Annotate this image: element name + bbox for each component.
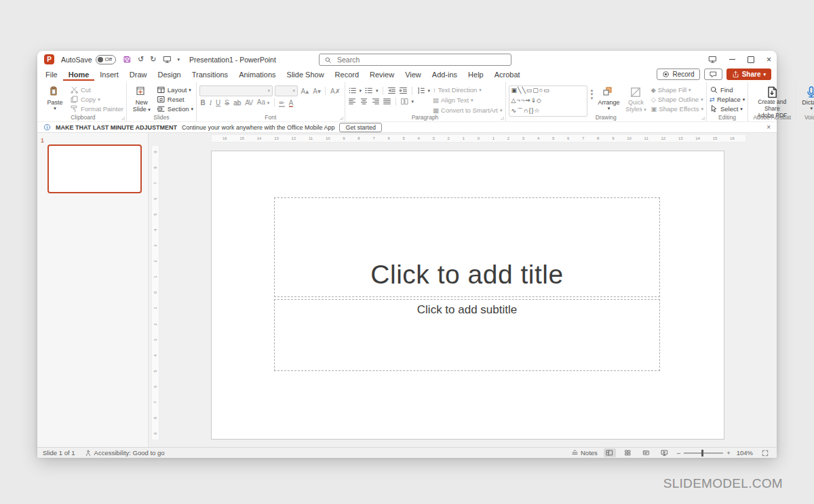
collapse-ribbon-icon[interactable]: ⌄	[767, 113, 773, 119]
character-spacing-button[interactable]: AV	[244, 98, 254, 107]
line-spacing-icon[interactable]	[416, 86, 425, 95]
slide-counter[interactable]: Slide 1 of 1	[43, 449, 75, 457]
font-dialog-launcher-icon[interactable]: ◿	[340, 116, 343, 120]
zoom-out-button[interactable]: –	[677, 449, 680, 457]
font-size-select[interactable]: ▾	[275, 85, 298, 96]
tab-slide-show[interactable]: Slide Show	[282, 69, 330, 81]
reading-view-button[interactable]	[640, 448, 653, 457]
tab-acrobat[interactable]: Acrobat	[489, 69, 526, 81]
record-button[interactable]: Record	[657, 69, 699, 80]
layout-button[interactable]: Layout ▾	[157, 85, 193, 94]
search-box[interactable]	[319, 54, 511, 66]
vertical-ruler[interactable]: 9876543210123456789	[151, 145, 159, 440]
start-slideshow-icon[interactable]	[163, 55, 172, 64]
find-button[interactable]: Find	[710, 85, 745, 94]
autosave-toggle[interactable]: Off	[96, 55, 117, 64]
shape-effects-button[interactable]: ▣ Shape Effects ▾	[651, 104, 703, 113]
decrease-indent-icon[interactable]	[387, 86, 396, 95]
font-color-button[interactable]: A	[288, 98, 294, 107]
select-button[interactable]: Select ▾	[710, 104, 745, 113]
title-placeholder[interactable]: Click to add title	[274, 197, 660, 297]
strikethrough-button[interactable]: S	[224, 98, 231, 107]
notification-close-icon[interactable]: ×	[767, 123, 771, 131]
tab-help[interactable]: Help	[463, 69, 489, 81]
change-case-button[interactable]: Aa ▾	[256, 98, 271, 107]
bullets-icon[interactable]	[348, 86, 357, 95]
fit-to-window-button[interactable]	[759, 448, 771, 457]
dictate-button[interactable]: Dictate ▾	[799, 83, 814, 111]
zoom-in-button[interactable]: +	[726, 449, 731, 457]
tab-home[interactable]: Home	[63, 69, 95, 81]
numbering-icon[interactable]	[364, 86, 373, 95]
paragraph-dialog-launcher-icon[interactable]: ◿	[501, 116, 504, 120]
shapes-gallery[interactable]: ▣╲╲▭▢○▭ △¬¬⇒⇓◇ ∿⌒∩{}☆	[509, 85, 587, 117]
copy-button[interactable]: Copy ▾	[70, 95, 123, 104]
accessibility-status[interactable]: Accessibility: Good to go	[85, 449, 165, 457]
tab-add-ins[interactable]: Add-ins	[427, 69, 463, 81]
slide-canvas[interactable]: Click to add title Click to add subtitle	[211, 151, 724, 440]
replace-button[interactable]: ⇄ Replace ▾	[710, 95, 745, 104]
cut-button[interactable]: Cut	[70, 85, 123, 94]
numbering-dropdown-icon[interactable]: ▾	[376, 88, 379, 94]
shapes-gallery-scroll[interactable]: ▲ ▼ ▼	[590, 85, 594, 102]
bold-button[interactable]: B	[199, 98, 206, 107]
section-button[interactable]: Section ▾	[157, 104, 193, 113]
redo-icon[interactable]: ↻	[150, 56, 156, 63]
new-slide-button[interactable]: New Slide ▾	[130, 83, 154, 113]
bullets-dropdown-icon[interactable]: ▾	[360, 88, 362, 94]
increase-indent-icon[interactable]	[399, 86, 408, 95]
highlight-color-button[interactable]: ✏	[278, 98, 286, 107]
align-right-icon[interactable]	[371, 97, 380, 106]
text-direction-button[interactable]: ↕ Text Direction ▾	[433, 85, 502, 94]
share-button[interactable]: Share ▾	[726, 69, 771, 80]
justify-icon[interactable]	[383, 97, 391, 106]
tab-review[interactable]: Review	[364, 69, 400, 81]
tab-insert[interactable]: Insert	[94, 69, 124, 81]
decrease-font-button[interactable]: A▾	[312, 87, 322, 96]
reset-button[interactable]: Reset	[157, 95, 193, 104]
close-button[interactable]: ×	[767, 56, 771, 64]
shape-fill-button[interactable]: ◆ Shape Fill ▾	[651, 85, 703, 94]
tab-transitions[interactable]: Transitions	[187, 69, 233, 81]
presenter-display-icon[interactable]	[708, 55, 717, 64]
slide-thumbnail[interactable]	[47, 144, 142, 193]
line-spacing-dropdown-icon[interactable]: ▾	[428, 88, 431, 94]
italic-button[interactable]: I	[208, 98, 212, 107]
powerpoint-logo-icon[interactable]: P	[44, 54, 54, 64]
horizontal-ruler[interactable]: 1615141312111098765432101234567891011121…	[211, 134, 746, 142]
zoom-slider-handle[interactable]	[701, 450, 703, 457]
get-started-button[interactable]: Get started	[339, 123, 382, 132]
tab-animations[interactable]: Animations	[233, 69, 281, 81]
columns-icon[interactable]	[400, 97, 409, 106]
underline-button[interactable]: U	[215, 98, 222, 107]
comments-button[interactable]	[704, 69, 722, 80]
search-input[interactable]	[336, 55, 488, 64]
normal-view-button[interactable]	[604, 448, 616, 457]
tab-record[interactable]: Record	[330, 69, 364, 81]
autosave-control[interactable]: AutoSave Off	[61, 55, 116, 64]
scroll-more-icon[interactable]: ▼	[590, 96, 594, 100]
drawing-dialog-launcher-icon[interactable]: ◿	[701, 116, 705, 120]
text-shadow-button[interactable]: ab	[233, 98, 242, 107]
tab-draw[interactable]: Draw	[124, 69, 153, 81]
shape-outline-button[interactable]: ◇ Shape Outline ▾	[651, 95, 703, 104]
zoom-level[interactable]: 104%	[737, 449, 753, 457]
columns-dropdown-icon[interactable]: ▾	[412, 99, 414, 104]
undo-icon[interactable]: ↺	[138, 56, 144, 63]
font-name-select[interactable]: ▾	[199, 85, 273, 96]
clipboard-dialog-launcher-icon[interactable]: ◿	[121, 116, 125, 120]
save-icon[interactable]	[123, 55, 132, 64]
align-left-icon[interactable]	[348, 97, 357, 106]
slideshow-view-button[interactable]	[659, 448, 671, 457]
notes-button[interactable]: Notes	[571, 449, 598, 457]
increase-font-button[interactable]: A▴	[300, 87, 310, 96]
paste-button[interactable]: Paste ▾	[43, 83, 67, 111]
customize-qat-icon[interactable]: ▾	[178, 57, 180, 62]
tab-file[interactable]: File	[40, 69, 63, 81]
tab-design[interactable]: Design	[152, 69, 186, 81]
tab-view[interactable]: View	[400, 69, 427, 81]
subtitle-placeholder[interactable]: Click to add subtitle	[274, 299, 660, 371]
format-painter-button[interactable]: Format Painter	[70, 104, 123, 113]
zoom-slider[interactable]	[684, 452, 723, 454]
slide-sorter-view-button[interactable]	[622, 448, 634, 457]
